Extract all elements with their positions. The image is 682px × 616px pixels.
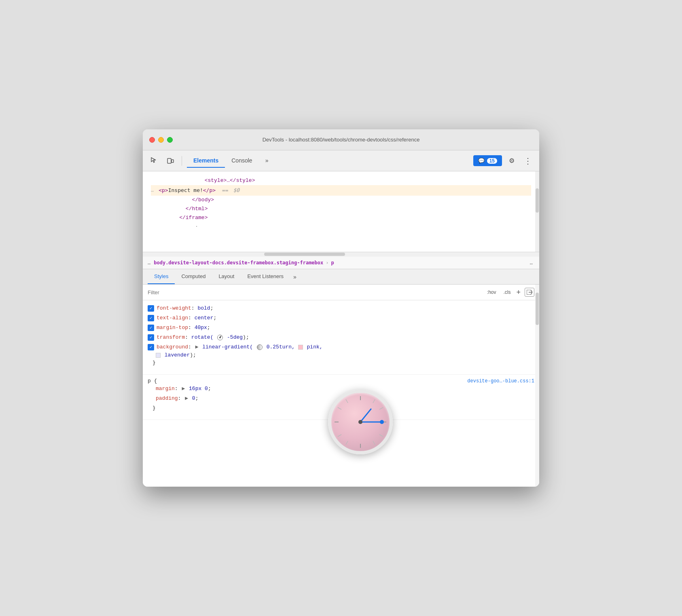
css-selector-p: p { — [148, 378, 157, 384]
padding-expand-arrow[interactable]: ▶ — [185, 394, 188, 403]
dom-line-p: … <p>Inspect me!</p> == $0 — [151, 185, 531, 196]
styles-scrollbar-thumb[interactable] — [536, 293, 539, 325]
dom-line-body-close: </body> — [151, 196, 531, 205]
breadcrumb-body[interactable]: body.devsite-layout-docs.devsite-framebo… — [154, 260, 323, 266]
add-style-button[interactable]: + — [516, 289, 521, 296]
source-link[interactable]: devsite-goo…-blue.css:1 — [467, 378, 534, 384]
css-rule2-header: p { devsite-goo…-blue.css:1 — [148, 378, 534, 384]
dom-tree: <style>…</style> … <p>Inspect me!</p> ==… — [143, 171, 539, 252]
svg-line-8 — [379, 407, 383, 409]
css-prop-transform: transform: rotate( -5deg); — [148, 333, 534, 342]
device-toolbar-icon[interactable] — [164, 154, 177, 167]
svg-line-13 — [338, 435, 341, 437]
svg-point-18 — [358, 420, 362, 424]
checkbox-text-align[interactable] — [148, 315, 154, 321]
svg-line-7 — [373, 399, 375, 403]
breadcrumb-more: … — [530, 260, 533, 266]
tab-computed[interactable]: Computed — [175, 269, 212, 284]
filter-bar: :hov .cls + — [143, 285, 539, 300]
filter-actions: :hov .cls + — [485, 288, 534, 297]
maximize-button[interactable] — [167, 137, 173, 143]
styles-panel: :hov .cls + font-weight: bold; — [143, 285, 539, 487]
title-bar: DevTools - localhost:8080/web/tools/chro… — [143, 129, 539, 150]
tab-styles[interactable]: Styles — [148, 269, 175, 284]
panel-tabs: Styles Computed Layout Event Listeners » — [143, 269, 539, 285]
toolbar-separator — [182, 156, 182, 166]
svg-rect-0 — [167, 158, 171, 163]
window-title: DevTools - localhost:8080/web/tools/chro… — [263, 137, 420, 143]
dom-horizontal-thumb[interactable] — [264, 253, 345, 256]
svg-point-16 — [380, 420, 384, 424]
close-button[interactable] — [149, 137, 155, 143]
cls-button[interactable]: .cls — [502, 289, 512, 296]
devtools-window: DevTools - localhost:8080/web/tools/chro… — [143, 129, 539, 487]
dom-scrollbar-thumb[interactable] — [536, 188, 539, 213]
checkbox-transform[interactable] — [148, 334, 154, 341]
svg-line-11 — [346, 399, 348, 403]
chat-icon: 💬 — [478, 158, 485, 164]
breadcrumb-sep: › — [326, 260, 328, 266]
clock-overlay — [328, 390, 393, 454]
css-prop-font-weight: font-weight: bold; — [148, 304, 534, 313]
badge-count: 15 — [487, 158, 497, 164]
devtools-toolbar: Elements Console » 💬 15 ⚙ ⋮ — [143, 150, 539, 171]
messages-badge[interactable]: 💬 15 — [473, 155, 502, 166]
svg-line-9 — [379, 435, 383, 437]
css-prop-background: background: ▶ linear-gradient( 0.25turn,… — [148, 342, 534, 352]
inspect-icon[interactable] — [148, 154, 161, 167]
color-swatch-lavender[interactable] — [156, 353, 161, 358]
svg-line-17 — [360, 409, 371, 422]
main-tabs: Elements Console » — [187, 154, 470, 168]
breadcrumb-p[interactable]: p — [331, 260, 334, 266]
tab-elements[interactable]: Elements — [187, 154, 225, 168]
minimize-button[interactable] — [158, 137, 164, 143]
traffic-lights — [149, 137, 173, 143]
tab-event-listeners[interactable]: Event Listeners — [241, 269, 290, 284]
svg-line-10 — [373, 441, 375, 445]
css-prop-text-align: text-align: center; — [148, 313, 534, 323]
dom-line-dot: · — [151, 222, 531, 231]
styles-scrollbar[interactable] — [535, 285, 539, 487]
toolbar-right: 💬 15 ⚙ ⋮ — [473, 154, 534, 167]
more-options-icon[interactable]: ⋮ — [521, 154, 534, 167]
checkbox-background[interactable] — [148, 344, 154, 350]
color-swatch-pink[interactable] — [298, 345, 303, 350]
css-prop-margin-top: margin-top: 40px; — [148, 323, 534, 333]
tab-layout[interactable]: Layout — [212, 269, 241, 284]
margin-expand-arrow[interactable]: ▶ — [182, 384, 185, 394]
css-rule-1: font-weight: bold; text-align: center; m… — [143, 300, 539, 375]
background-expand-arrow[interactable]: ▶ — [195, 342, 199, 352]
tab-more[interactable]: » — [259, 154, 275, 168]
panel-tab-more[interactable]: » — [290, 270, 300, 284]
css-close-brace-1: } — [148, 358, 534, 371]
css-lavender-line: lavender); — [148, 352, 534, 358]
hov-button[interactable]: :hov — [485, 289, 498, 296]
svg-line-14 — [346, 441, 348, 445]
settings-icon[interactable]: ⚙ — [505, 154, 518, 167]
dom-horizontal-scrollbar[interactable] — [143, 253, 539, 257]
box-model-icon[interactable] — [525, 288, 534, 297]
svg-line-12 — [338, 407, 341, 409]
breadcrumb: … body.devsite-layout-docs.devsite-frame… — [143, 257, 539, 269]
dom-line-style: <style>…</style> — [151, 176, 531, 185]
dom-more-dots: … — [151, 186, 154, 195]
dom-scrollbar[interactable] — [535, 171, 539, 252]
checkbox-font-weight[interactable] — [148, 305, 154, 312]
dom-line-html-close: </html> — [151, 205, 531, 213]
filter-input[interactable] — [148, 289, 481, 295]
breadcrumb-dots: … — [148, 260, 150, 266]
dom-line-iframe-close: </iframe> — [151, 213, 531, 222]
svg-rect-1 — [172, 160, 174, 162]
tab-console[interactable]: Console — [225, 154, 258, 168]
clock-face — [328, 390, 393, 454]
checkbox-margin-top[interactable] — [148, 325, 154, 331]
